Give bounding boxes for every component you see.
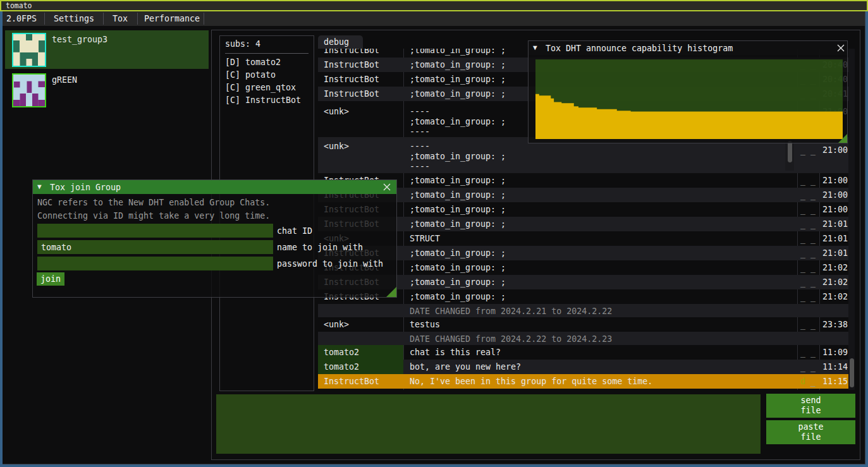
message-row[interactable]: InstructBot;tomato_in_group: ;_ _21:02 [318, 260, 850, 275]
message-status: _ _ [800, 190, 816, 200]
input-value: tomato [41, 243, 71, 252]
contact-row-green[interactable]: gREEN [5, 71, 209, 107]
message-text: ;tomato_in_group: ; [410, 49, 506, 56]
collapse-arrow-icon[interactable]: ▼ [533, 44, 537, 52]
message-timestamp: 11:09 [822, 348, 848, 357]
date-separator-row[interactable]: DATE CHANGED from 2024.2.21 to 2024.2.22 [318, 304, 850, 317]
message-status: _ _ [800, 248, 816, 258]
dht-histogram-titlebar[interactable]: ▼ Tox DHT announce capability histogram [529, 41, 847, 55]
menu-item-2-0fps[interactable]: 2.0FPS [6, 14, 37, 23]
contact-name: test_group3 [52, 35, 107, 44]
message-text: ;tomato_in_group: ; [410, 75, 506, 85]
message-status: _ _ [800, 320, 816, 329]
member-item[interactable]: [C] InstructBot [225, 95, 301, 105]
close-icon[interactable] [836, 44, 845, 52]
menu-item-tox[interactable]: Tox [113, 14, 128, 23]
menu-item-settings[interactable]: Settings [54, 14, 94, 23]
message-timestamp: 21:00 [822, 190, 848, 200]
close-icon[interactable] [382, 183, 391, 191]
dht-histogram-window: ▼ Tox DHT announce capability histogram [528, 40, 848, 143]
message-status: _ _ [800, 292, 816, 301]
message-text: ---- ;tomato_in_group: ; ---- [410, 142, 506, 172]
date-separator-row[interactable]: DATE CHANGED from 2024.2.22 to 2024.2.23 [318, 332, 850, 345]
member-item[interactable]: [C] green_qtox [225, 83, 296, 92]
message-text: ;tomato_in_group: ; [410, 292, 506, 302]
message-status: _ _ [800, 205, 816, 214]
input-chat-id[interactable] [37, 224, 273, 238]
message-row[interactable]: tomato2bot, are you new here?_ _11:14 [318, 360, 850, 374]
field-label: chat ID [277, 224, 312, 236]
message-row[interactable]: InstructBot;tomato_in_group: ;_ _21:00 [318, 173, 850, 188]
message-status: _ _ [800, 145, 816, 155]
member-item[interactable]: [C] potato [225, 70, 276, 80]
sender-name: InstructBot [324, 60, 379, 70]
message-timestamp: 21:00 [822, 145, 848, 155]
message-row[interactable]: InstructBot;tomato_in_group: ;_ _21:01 [318, 217, 850, 231]
input-password-to-join-with[interactable] [37, 257, 273, 270]
message-text: ;tomato_in_group: ; [410, 190, 506, 200]
message-scrollbar-thumb[interactable] [788, 141, 792, 162]
sender-name: InstructBot [324, 75, 379, 84]
message-text: bot, are you new here? [410, 362, 521, 372]
message-row[interactable]: InstructBot;tomato_in_group: ;_ _21:00 [318, 188, 850, 202]
message-row[interactable]: tomato2chat is this real?_ _11:09 [318, 345, 850, 360]
message-status: d _ [800, 377, 816, 386]
paste-file-button[interactable]: pastefile [766, 420, 855, 444]
message-timestamp: 11:15 [822, 377, 848, 386]
message-status: _ _ [800, 234, 816, 243]
date-changed-text: DATE CHANGED from 2024.2.21 to 2024.2.22 [410, 306, 612, 317]
os-window-title: tomato [6, 2, 32, 10]
join-button[interactable]: join [37, 272, 64, 286]
message-text: ;tomato_in_group: ; [410, 60, 506, 70]
message-text: ;tomato_in_group: ; [410, 205, 506, 215]
field-label: password to join with [277, 257, 383, 269]
menu-separator [204, 13, 204, 25]
message-text: ;tomato_in_group: ; [410, 89, 506, 99]
message-status: _ _ [800, 277, 816, 287]
contact-row-test-group3[interactable]: test_group3 [5, 30, 209, 69]
message-row[interactable]: InstructBot;tomato_in_group: ;_ _21:02 [318, 289, 850, 304]
date-changed-text: DATE CHANGED from 2024.2.22 to 2024.2.23 [410, 334, 612, 344]
message-row[interactable]: InstructBot;tomato_in_group: ;_ _21:02 [318, 275, 850, 289]
message-text: testus [410, 320, 440, 330]
input-name-to-join-with[interactable]: tomato [37, 240, 273, 254]
message-timestamp: 21:00 [822, 205, 848, 214]
message-input[interactable] [216, 394, 761, 454]
message-row[interactable]: InstructBot;tomato_in_group: ;_ _21:01 [318, 246, 850, 260]
message-row[interactable]: <unk>STRUCT_ _21:01 [318, 231, 850, 246]
collapse-arrow-icon[interactable]: ▼ [37, 183, 42, 191]
resize-grip-icon[interactable] [838, 134, 847, 143]
chat-scrollbar-track[interactable] [848, 49, 855, 390]
menu-bar: 2.0FPSSettingsToxPerformance [3, 11, 865, 26]
dht-histogram-title: Tox DHT announce capability histogram [546, 44, 733, 53]
message-status: _ _ [800, 263, 816, 272]
sender-name: <unk> [324, 142, 349, 151]
chat-scrollbar-thumb[interactable] [850, 358, 854, 387]
screen: tomato 2.0FPSSettingsToxPerformance test… [0, 0, 868, 467]
send-file-button[interactable]: sendfile [766, 394, 855, 418]
subs-separator [225, 53, 309, 54]
message-text: ;tomato_in_group: ; [410, 248, 506, 258]
member-item[interactable]: [D] tomato2 [225, 58, 281, 67]
message-status: _ _ [800, 348, 816, 357]
message-row[interactable]: <unk>testus_ _23:38 [318, 317, 850, 332]
message-timestamp: 21:02 [822, 292, 848, 301]
tab-debug[interactable]: debug [318, 35, 363, 49]
message-status: _ _ [800, 219, 816, 229]
menu-separator [137, 13, 138, 25]
join-group-title: Tox join Group [50, 183, 121, 192]
message-timestamp: 11:14 [822, 362, 848, 372]
message-row[interactable]: InstructBot;tomato_in_group: ;_ _21:00 [318, 202, 850, 217]
message-text: ;tomato_in_group: ; [410, 263, 506, 273]
menu-item-performance[interactable]: Performance [144, 14, 200, 23]
resize-grip-icon[interactable] [386, 287, 396, 297]
message-text: ;tomato_in_group: ; [410, 277, 506, 288]
ngc-description-line1: NGC refers to the New DHT enabled Group … [37, 198, 270, 207]
sender-name: InstructBot [324, 377, 379, 386]
message-timestamp: 21:01 [822, 248, 848, 258]
message-timestamp: 21:02 [822, 263, 848, 272]
join-group-titlebar[interactable]: ▼ Tox join Group [33, 180, 396, 194]
dht-histogram-plot [535, 59, 843, 139]
message-row[interactable]: InstructBotNo, I've been in this group f… [318, 374, 850, 389]
os-titlebar[interactable]: tomato [0, 0, 868, 11]
